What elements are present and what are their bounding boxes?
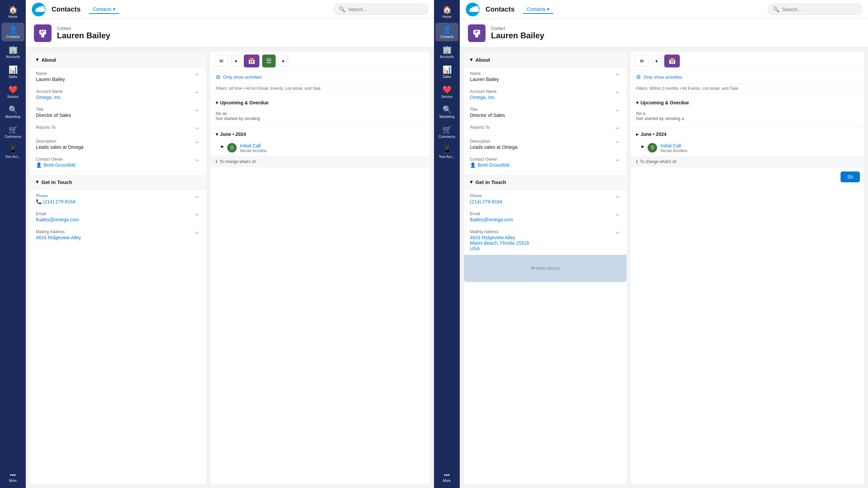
no-activity-text-left: No ac Get started by sending: [216, 108, 425, 124]
sidebar-right-sales[interactable]: 📊 Sales: [435, 63, 458, 81]
month-collapse-icon[interactable]: ▾: [216, 131, 218, 137]
tab-contacts-right[interactable]: Contacts ▾: [523, 5, 553, 14]
search-bar-left[interactable]: 🔍: [334, 4, 429, 15]
field-account-name: Account Name Omega, Inc. ✏: [30, 86, 206, 104]
field-email-right: Email lbailey@omega.com ✏: [464, 208, 627, 226]
edit-address-icon[interactable]: ✏: [195, 229, 200, 236]
edit-title-icon[interactable]: ✏: [195, 107, 200, 114]
edit-title-icon-right[interactable]: ✏: [615, 107, 620, 114]
month-expand-icon[interactable]: ▸: [636, 131, 638, 137]
sidebar-right-your-acc[interactable]: 📱 Your Acc...: [435, 143, 458, 161]
edit-desc-icon-right[interactable]: ✏: [615, 139, 620, 146]
log-button-left[interactable]: ☰: [262, 55, 276, 67]
edit-reports-icon[interactable]: ✏: [195, 125, 200, 132]
upcoming-collapse-icon-right[interactable]: ▾: [636, 100, 638, 105]
about-collapse-icon[interactable]: ▾: [36, 57, 39, 63]
edit-owner-icon-right[interactable]: ✏: [615, 157, 620, 164]
sidebar-right-home[interactable]: 🏠 Home: [435, 3, 458, 21]
edit-name-icon[interactable]: ✏: [195, 71, 200, 78]
field-value-address1-right[interactable]: 4633 Ridgeview Alley: [470, 235, 529, 240]
field-value-account[interactable]: Omega, Inc.: [36, 95, 63, 100]
sidebar-item-contacts[interactable]: 👤 Contacts: [1, 23, 24, 41]
edit-account-icon-right[interactable]: ✏: [615, 89, 620, 96]
upcoming-section-left: ▾ Upcoming & Overdue No ac Get started b…: [210, 93, 430, 128]
field-value-address[interactable]: 4633 Ridgeview Alley: [36, 235, 81, 240]
email-button-right[interactable]: ✉: [635, 55, 649, 67]
no-activity-right: No aGet started by sending a: [636, 108, 859, 124]
field-value-address3-right: USA: [470, 246, 529, 251]
field-description: Description Leads sales at Omega ✏: [30, 136, 206, 154]
calendar-button-right[interactable]: 📅: [664, 55, 680, 67]
sidebar-left: 🏠 Home 👤 Contacts 🏢 Accounts 📊 Sales ❤️ …: [0, 0, 26, 488]
field-value-phone[interactable]: 📞 (214) 279-8164: [36, 199, 76, 204]
field-label-email: Email: [36, 211, 79, 216]
field-value-email-right[interactable]: lbailey@omega.com: [470, 217, 513, 222]
sidebar-item-marketing[interactable]: 🔍 Marketing: [1, 103, 24, 121]
field-value-phone-right[interactable]: (214) 279-8164: [470, 199, 502, 204]
edit-phone-icon[interactable]: ✏: [195, 194, 200, 200]
edit-account-icon[interactable]: ✏: [195, 89, 200, 96]
map-thumbnail: 🗺 Miami Beach: [464, 255, 627, 282]
field-label-address-right: Mailing Address: [470, 229, 529, 234]
field-label-title-right: Title: [470, 107, 505, 112]
log-dropdown-left[interactable]: ▾: [278, 56, 288, 67]
sidebar-item-service[interactable]: ❤️ Service: [1, 83, 24, 101]
sidebar-item-commerce[interactable]: 🛒 Commerce: [1, 123, 24, 141]
sidebar-right-marketing[interactable]: 🔍 Marketing: [435, 103, 458, 121]
field-value-owner-right[interactable]: 👤 Brett Grossfeld: [470, 162, 509, 168]
sidebar-right-more[interactable]: ••• More: [435, 469, 458, 485]
sidebar-item-your-acc[interactable]: 📱 Your Acc...: [1, 143, 24, 161]
search-bar-right[interactable]: 🔍: [768, 4, 863, 15]
home-icon: 🏠: [8, 5, 18, 14]
sidebar-label-commerce: Commerce: [5, 135, 21, 139]
edit-reports-icon-right[interactable]: ✏: [615, 125, 620, 132]
email-button-left[interactable]: ✉: [214, 55, 229, 67]
edit-email-icon[interactable]: ✏: [195, 211, 200, 218]
sidebar-right-service[interactable]: ❤️ Service: [435, 83, 458, 101]
field-label-title: Title: [36, 107, 71, 112]
about-collapse-icon-right[interactable]: ▾: [470, 57, 473, 63]
top-bar-right: Contacts Contacts ▾ 🔍: [460, 0, 868, 19]
field-label-name: Name: [36, 71, 65, 76]
tab-dropdown-icon[interactable]: ▾: [113, 6, 115, 12]
field-mailing-address: Mailing Address 4633 Ridgeview Alley ✏: [30, 226, 206, 244]
git-collapse-right[interactable]: ▾: [470, 179, 473, 185]
call-sub-right: Nicole Arcolino: [660, 148, 687, 153]
edit-owner-icon[interactable]: ✏: [195, 157, 200, 164]
edit-address-icon-right[interactable]: ✏: [615, 229, 620, 236]
upcoming-collapse-icon[interactable]: ▾: [216, 100, 218, 105]
tab-bar-left: Contacts ▾: [89, 5, 119, 14]
sidebar-item-accounts[interactable]: 🏢 Accounts: [1, 43, 24, 61]
call-title-left[interactable]: Initial Call: [240, 143, 267, 148]
sidebar-item-sales[interactable]: 📊 Sales: [1, 63, 24, 81]
edit-email-icon-right[interactable]: ✏: [615, 211, 620, 218]
sidebar-item-home[interactable]: 🏠 Home: [1, 3, 24, 21]
call-title-right[interactable]: Initial Call: [660, 143, 687, 148]
tab-contacts-left[interactable]: Contacts ▾: [89, 5, 119, 14]
edit-phone-icon-right[interactable]: ✏: [615, 194, 620, 200]
sidebar-right-accounts[interactable]: 🏢 Accounts: [435, 43, 458, 61]
email-dropdown-right[interactable]: ▾: [652, 56, 662, 67]
calendar-button-left[interactable]: 📅: [244, 55, 259, 67]
expand-call-icon[interactable]: ▸: [221, 143, 224, 149]
get-in-touch-collapse-icon[interactable]: ▾: [36, 179, 39, 185]
search-input-left[interactable]: [348, 7, 423, 12]
tab-dropdown-icon-right[interactable]: ▾: [547, 6, 549, 12]
only-show-label-left[interactable]: Only show activities: [223, 75, 262, 80]
month-label-left: June • 2024: [220, 131, 246, 137]
edit-name-icon-right[interactable]: ✏: [615, 71, 620, 78]
edit-description-icon[interactable]: ✏: [195, 139, 200, 146]
only-show-label-right[interactable]: Only show activities: [644, 75, 682, 80]
expand-call-icon-right[interactable]: ▸: [642, 143, 644, 149]
sidebar-right-commerce[interactable]: 🛒 Commerce: [435, 123, 458, 141]
field-value-owner[interactable]: 👤 Brett Grossfeld: [36, 162, 75, 168]
upcoming-section-right: ▾ Upcoming & Overdue No aGet started by …: [631, 93, 864, 128]
email-dropdown-left[interactable]: ▾: [231, 56, 241, 67]
show-button[interactable]: Sh: [841, 171, 860, 182]
search-input-right[interactable]: [782, 7, 857, 12]
field-value-account-right[interactable]: Omega, Inc.: [470, 95, 497, 100]
field-value-email[interactable]: lbailey@omega.com: [36, 217, 79, 222]
commerce-icon: 🛒: [8, 125, 18, 134]
sidebar-item-more[interactable]: ••• More: [1, 469, 24, 485]
sidebar-right-contacts[interactable]: 👤 Contacts: [435, 23, 458, 41]
